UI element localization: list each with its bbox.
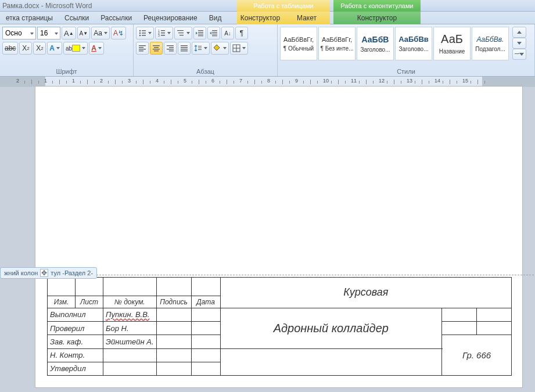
footer-section-tag[interactable]: жний колон ✥ тул -Раздел 2- [0, 267, 97, 279]
header-doc: № докум. [103, 296, 157, 308]
font-name-combo[interactable]: Осно [2, 27, 36, 39]
ruler-number: 11 [351, 78, 357, 84]
role-cell[interactable]: Выполнил [48, 308, 103, 321]
tab-page-layout[interactable]: етка страницы [0, 12, 59, 24]
text-effects-button[interactable]: A [47, 42, 62, 55]
name-cell[interactable]: Пупкин. В.В. [106, 310, 149, 319]
name-cell[interactable]: Эйнштейн А. [103, 335, 157, 348]
name-cell[interactable] [103, 348, 157, 362]
grow-font-button[interactable]: A▲ [62, 27, 76, 39]
header-list: Лист [76, 296, 103, 308]
multilevel-button[interactable] [174, 27, 192, 39]
svg-rect-28 [139, 51, 143, 51]
svg-rect-34 [169, 47, 174, 48]
style-item[interactable]: АаБбВв.Подзагол... [472, 27, 509, 60]
ribbon-body: Осно 16 A▲ A▼ Aa A↯ abc X2 X2 A ab A Шри… [0, 24, 535, 77]
tab-review[interactable]: Рецензирование [138, 12, 203, 24]
role-cell[interactable]: Утвердил [48, 362, 103, 375]
shrink-font-button[interactable]: A▼ [77, 27, 91, 39]
style-item[interactable]: АаБбВЗаголово... [357, 27, 394, 60]
show-hide-button[interactable]: ¶ [235, 27, 248, 39]
shading-button[interactable] [211, 42, 229, 55]
ruler-number: 8 [267, 78, 270, 84]
style-name: ¶ Без инте... [319, 45, 355, 52]
svg-rect-14 [179, 35, 184, 35]
style-item[interactable]: АаБбВвЗаголово... [395, 27, 432, 60]
svg-rect-27 [139, 49, 146, 49]
ruler-number: 6 [211, 78, 214, 84]
justify-button[interactable] [178, 42, 191, 55]
highlight-button[interactable]: ab [63, 42, 88, 55]
svg-rect-23 [212, 35, 217, 36]
tab-table-design[interactable]: Конструктор [237, 12, 283, 24]
group-label-paragraph: Абзац [136, 67, 275, 76]
clear-formatting-button[interactable]: A↯ [111, 27, 126, 39]
svg-point-4 [139, 35, 141, 36]
style-sample: АаБбВв. [477, 35, 504, 44]
svg-rect-26 [139, 47, 143, 48]
superscript-button[interactable]: X2 [33, 42, 46, 55]
tab-references[interactable]: Ссылки [59, 12, 95, 24]
svg-rect-43 [198, 49, 202, 50]
font-color-button[interactable]: A [89, 42, 104, 55]
style-sample: АаБ [441, 33, 463, 46]
title-cell[interactable]: Адронный коллайдер [220, 308, 441, 348]
gallery-more-button[interactable] [512, 49, 526, 60]
svg-rect-21 [212, 32, 217, 33]
numbering-button[interactable]: 123 [155, 27, 173, 39]
group-cell[interactable]: Гр. 666 [442, 335, 512, 376]
svg-rect-12 [177, 30, 184, 31]
name-cell[interactable]: Бор Н. [103, 322, 157, 335]
style-sample: АаБбВвГг, [283, 36, 314, 43]
styles-gallery[interactable]: АаБбВвГг,¶ ОбычныйАаБбВвГг,¶ Без инте...… [280, 27, 509, 60]
svg-rect-38 [181, 47, 188, 48]
svg-rect-33 [167, 45, 174, 46]
footer-tag-text-right: тул -Раздел 2- [51, 269, 93, 276]
tab-view[interactable]: Вид [203, 12, 228, 24]
name-cell[interactable] [103, 362, 157, 375]
ruler-number: 14 [435, 78, 440, 84]
line-spacing-button[interactable] [192, 42, 210, 55]
style-item[interactable]: АаБбВвГг,¶ Обычный [280, 27, 317, 60]
ruler-number: 10 [323, 78, 329, 84]
align-center-button[interactable] [150, 42, 163, 55]
subscript-button[interactable]: X2 [19, 42, 32, 55]
style-item[interactable]: АаБНазвание [433, 27, 471, 60]
tab-hf-design[interactable]: Конструктор [333, 12, 421, 24]
role-cell[interactable]: Н. Контр. [48, 348, 103, 362]
ruler-number: 2 [100, 78, 103, 84]
svg-rect-30 [154, 47, 159, 48]
align-left-button[interactable] [136, 42, 149, 55]
ruler-number: 1 [44, 78, 47, 84]
role-cell[interactable]: Зав. каф. [48, 335, 103, 348]
ruler-number: 4 [156, 78, 159, 84]
increase-indent-button[interactable] [207, 27, 220, 39]
tab-mailings[interactable]: Рассылки [95, 12, 138, 24]
title-block-table[interactable]: Курсовая Изм. Лист № докум. Подпись Дата… [47, 277, 512, 376]
bullets-button[interactable] [136, 27, 154, 39]
doc-type-cell[interactable]: Курсовая [220, 278, 511, 308]
sort-button[interactable]: A↓ [221, 27, 234, 39]
tab-table-layout[interactable]: Макет [283, 12, 330, 24]
style-item[interactable]: АаБбВвГг,¶ Без инте... [318, 27, 356, 60]
svg-rect-15 [198, 30, 203, 31]
decrease-indent-button[interactable] [193, 27, 206, 39]
change-case-button[interactable]: Aa [91, 27, 110, 39]
borders-button[interactable] [230, 42, 248, 55]
svg-rect-42 [198, 48, 202, 48]
align-right-button[interactable] [164, 42, 177, 55]
group-paragraph: 123 A↓ ¶ Абзац [134, 24, 278, 76]
page[interactable]: Курсовая Изм. Лист № докум. Подпись Дата… [35, 86, 523, 388]
style-sample: АаБбВ [362, 35, 389, 44]
gallery-down-button[interactable] [512, 38, 526, 49]
context-title-table: Работа с таблицами [237, 0, 330, 12]
role-cell[interactable]: Проверил [48, 322, 103, 335]
svg-rect-35 [167, 49, 174, 49]
context-title-hf: Работа с колонтитулами [333, 0, 421, 12]
svg-marker-19 [196, 32, 198, 35]
gallery-up-button[interactable] [512, 27, 526, 38]
svg-rect-17 [198, 34, 203, 34]
table-move-handle[interactable]: ✥ [40, 269, 48, 277]
font-size-combo[interactable]: 16 [37, 27, 60, 39]
strike-button[interactable]: abc [2, 42, 18, 55]
